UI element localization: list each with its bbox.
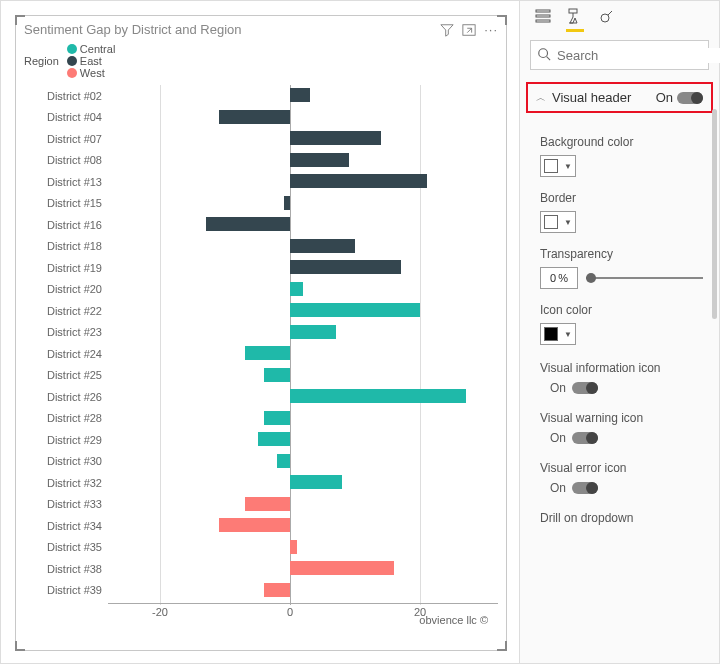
bar[interactable] <box>290 561 394 575</box>
x-axis-tick: -20 <box>152 606 168 618</box>
bar[interactable] <box>219 518 291 532</box>
chart-row: District #22 <box>24 300 498 321</box>
more-options-icon[interactable]: ··· <box>484 22 498 37</box>
transparency-slider[interactable] <box>586 277 703 279</box>
bar[interactable] <box>290 174 427 188</box>
bar[interactable] <box>277 454 290 468</box>
bar[interactable] <box>290 239 355 253</box>
legend-item[interactable]: East <box>67 55 115 67</box>
bar[interactable] <box>290 303 420 317</box>
bar[interactable] <box>290 88 310 102</box>
visual-info-label: Visual information icon <box>540 361 703 375</box>
bar[interactable] <box>290 282 303 296</box>
tab-format[interactable] <box>566 7 584 32</box>
chevron-down-icon: ▼ <box>564 162 572 171</box>
svg-rect-1 <box>536 10 550 12</box>
bar[interactable] <box>290 260 401 274</box>
resize-handle-tl[interactable] <box>15 15 25 25</box>
svg-rect-3 <box>536 20 550 22</box>
scrollbar[interactable] <box>712 109 717 319</box>
bar-chart: District #02District #04District #07Dist… <box>24 85 498 625</box>
visual-info-toggle[interactable]: On <box>540 381 703 395</box>
bar[interactable] <box>264 368 290 382</box>
y-axis-label: District #33 <box>24 498 108 510</box>
legend-item[interactable]: Central <box>67 43 115 55</box>
chart-row: District #32 <box>24 472 498 493</box>
bar[interactable] <box>290 540 297 554</box>
search-input-wrapper[interactable] <box>530 40 709 70</box>
chart-row: District #28 <box>24 408 498 429</box>
legend-item[interactable]: West <box>67 67 115 79</box>
bgcolor-picker[interactable]: ▼ <box>540 155 576 177</box>
credit-text: obvience llc © <box>419 614 488 626</box>
focus-mode-icon[interactable] <box>462 23 476 37</box>
legend-swatch <box>67 68 77 78</box>
chevron-down-icon: ▼ <box>564 330 572 339</box>
tab-fields[interactable] <box>534 7 552 32</box>
y-axis-label: District #22 <box>24 305 108 317</box>
search-icon <box>537 47 551 64</box>
chart-row: District #39 <box>24 580 498 601</box>
y-axis-label: District #35 <box>24 541 108 553</box>
report-canvas: Sentiment Gap by District and Region ···… <box>1 1 519 663</box>
chart-row: District #16 <box>24 214 498 235</box>
y-axis-label: District #30 <box>24 455 108 467</box>
color-swatch <box>544 327 558 341</box>
bar[interactable] <box>206 217 291 231</box>
resize-handle-tr[interactable] <box>497 15 507 25</box>
section-visual-header[interactable]: ︿ Visual header On <box>526 82 713 113</box>
color-swatch <box>544 159 558 173</box>
visual-err-label: Visual error icon <box>540 461 703 475</box>
svg-rect-4 <box>569 9 577 13</box>
y-axis-label: District #18 <box>24 240 108 252</box>
bar[interactable] <box>258 432 291 446</box>
iconcolor-picker[interactable]: ▼ <box>540 323 576 345</box>
chart-row: District #18 <box>24 236 498 257</box>
y-axis-label: District #20 <box>24 283 108 295</box>
chart-row: District #02 <box>24 85 498 106</box>
border-picker[interactable]: ▼ <box>540 211 576 233</box>
chart-row: District #19 <box>24 257 498 278</box>
y-axis-label: District #25 <box>24 369 108 381</box>
bar[interactable] <box>219 110 291 124</box>
bar[interactable] <box>245 346 291 360</box>
chart-row: District #33 <box>24 494 498 515</box>
bar[interactable] <box>290 153 349 167</box>
legend-label: Region <box>24 55 59 67</box>
chart-row: District #29 <box>24 429 498 450</box>
search-input[interactable] <box>557 48 720 63</box>
bar[interactable] <box>284 196 291 210</box>
legend: Region CentralEastWest <box>16 39 506 85</box>
svg-rect-0 <box>463 24 475 35</box>
visual-warn-label: Visual warning icon <box>540 411 703 425</box>
filter-icon[interactable] <box>440 23 454 37</box>
chart-row: District #30 <box>24 451 498 472</box>
chart-row: District #24 <box>24 343 498 364</box>
bar[interactable] <box>290 131 381 145</box>
chart-row: District #15 <box>24 193 498 214</box>
y-axis-label: District #19 <box>24 262 108 274</box>
visual-header-toggle[interactable]: On <box>656 90 703 105</box>
y-axis-label: District #39 <box>24 584 108 596</box>
bar[interactable] <box>290 389 466 403</box>
bar[interactable] <box>290 475 342 489</box>
y-axis-label: District #02 <box>24 90 108 102</box>
toggle-knob <box>677 92 703 104</box>
chart-row: District #38 <box>24 558 498 579</box>
bar[interactable] <box>264 583 290 597</box>
svg-point-6 <box>539 48 548 57</box>
bar[interactable] <box>264 411 290 425</box>
y-axis-label: District #16 <box>24 219 108 231</box>
visual-warn-toggle[interactable]: On <box>540 431 703 445</box>
visual-title: Sentiment Gap by District and Region <box>24 22 440 37</box>
chart-row: District #25 <box>24 365 498 386</box>
y-axis-label: District #32 <box>24 477 108 489</box>
tab-analytics[interactable] <box>598 7 616 32</box>
y-axis-label: District #24 <box>24 348 108 360</box>
visual-container[interactable]: Sentiment Gap by District and Region ···… <box>15 15 507 651</box>
visual-err-toggle[interactable]: On <box>540 481 703 495</box>
bar[interactable] <box>245 497 291 511</box>
transparency-input[interactable]: 0 % <box>540 267 578 289</box>
y-axis-label: District #15 <box>24 197 108 209</box>
bar[interactable] <box>290 325 336 339</box>
